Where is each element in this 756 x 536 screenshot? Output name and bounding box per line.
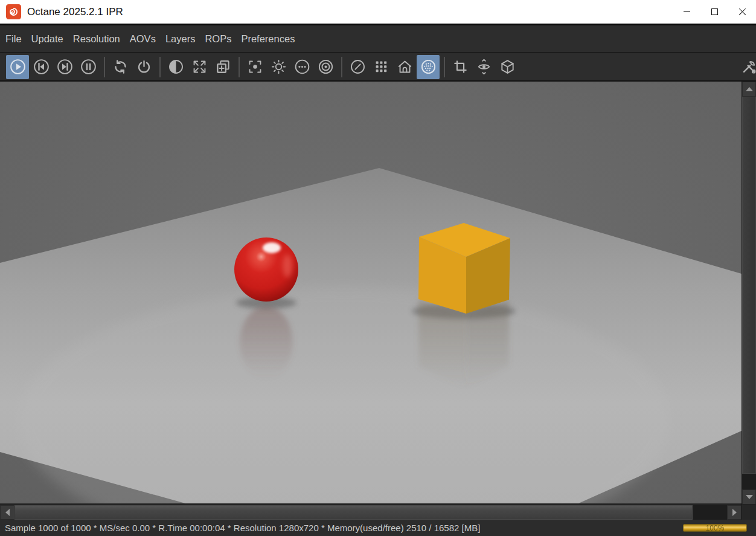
menu-bar: File Update Resolution AOVs Layers ROPs … xyxy=(0,25,756,53)
right-arrow-icon xyxy=(732,509,737,516)
menu-rops[interactable]: ROPs xyxy=(200,25,236,52)
vertical-scrollbar[interactable] xyxy=(742,82,756,505)
render-sphere-button[interactable] xyxy=(417,55,440,79)
skip-to-start-button[interactable] xyxy=(30,55,53,79)
menu-resolution[interactable]: Resolution xyxy=(68,25,125,52)
window-title: Octane 2025.2.1 IPR xyxy=(27,6,123,18)
toolbar-separator xyxy=(239,57,240,77)
skip-to-end-button[interactable] xyxy=(53,55,76,79)
close-button[interactable] xyxy=(728,0,756,24)
scroll-down-button[interactable] xyxy=(742,489,756,505)
menu-layers[interactable]: Layers xyxy=(161,25,200,52)
restart-render-button[interactable] xyxy=(109,55,132,79)
render-viewport[interactable] xyxy=(0,82,742,503)
target-button[interactable] xyxy=(314,55,337,79)
scroll-up-button[interactable] xyxy=(742,82,756,97)
settings-tools-button[interactable] xyxy=(737,55,756,79)
minimize-icon xyxy=(684,11,690,13)
sphere-sheen xyxy=(283,254,292,277)
object-bounds-button[interactable] xyxy=(496,55,519,79)
pause-button[interactable] xyxy=(77,55,100,79)
tonemap-contrast-button[interactable] xyxy=(164,55,187,79)
scrollbar-corner xyxy=(742,505,756,520)
visibility-button[interactable] xyxy=(472,55,495,79)
play-button[interactable] xyxy=(6,55,29,79)
toolbar-separator xyxy=(159,57,161,77)
clone-viewport-button[interactable] xyxy=(211,55,234,79)
toolbar-separator xyxy=(341,57,342,77)
close-icon xyxy=(738,8,746,16)
toolbar-separator xyxy=(444,57,445,77)
stop-render-button[interactable] xyxy=(132,55,155,79)
scroll-right-button[interactable] xyxy=(727,505,742,520)
window-controls xyxy=(673,0,756,24)
sphere-reflection xyxy=(240,306,293,379)
focus-picker-button[interactable] xyxy=(243,55,266,79)
title-bar: Octane 2025.2.1 IPR xyxy=(0,0,756,25)
render-progress-label: 100% xyxy=(706,525,725,532)
render-progress-fill: 100% xyxy=(684,525,746,531)
pixel-grid-button[interactable] xyxy=(370,55,392,79)
horizontal-scrollbar[interactable] xyxy=(0,505,742,520)
horizontal-scroll-thumb[interactable] xyxy=(14,505,693,520)
fit-to-view-button[interactable] xyxy=(188,55,211,79)
menu-update[interactable]: Update xyxy=(27,25,68,52)
crop-button[interactable] xyxy=(449,55,472,79)
vertical-scroll-thumb[interactable] xyxy=(742,97,756,474)
main-area xyxy=(0,82,756,505)
menu-file[interactable]: File xyxy=(1,25,27,52)
render-status-text: Sample 1000 of 1000 * MS/sec 0.00 * R.Ti… xyxy=(5,523,480,533)
render-image xyxy=(0,82,742,503)
status-bar: Sample 1000 of 1000 * MS/sec 0.00 * R.Ti… xyxy=(0,520,756,536)
menu-aovs[interactable]: AOVs xyxy=(125,25,161,52)
render-passes-button[interactable] xyxy=(290,55,313,79)
maximize-icon xyxy=(711,8,718,15)
left-arrow-icon xyxy=(5,509,10,516)
octane-logo-icon xyxy=(6,4,21,19)
octane-ipr-window: Octane 2025.2.1 IPR File Update Resoluti… xyxy=(0,0,756,536)
toolbar-separator xyxy=(104,57,105,77)
horizontal-scroll-track[interactable] xyxy=(14,505,727,520)
minimize-button[interactable] xyxy=(673,0,700,24)
white-balance-button[interactable] xyxy=(267,55,290,79)
toolbar xyxy=(0,53,756,82)
render-progress-bar: 100% xyxy=(683,524,747,532)
horizontal-scrollbar-row xyxy=(0,505,756,520)
down-arrow-icon xyxy=(746,495,753,499)
menu-preferences[interactable]: Preferences xyxy=(236,25,300,52)
up-arrow-icon xyxy=(746,87,753,91)
vertical-scroll-track[interactable] xyxy=(742,97,756,489)
clip-region-button[interactable] xyxy=(346,55,369,79)
reset-camera-home-button[interactable] xyxy=(393,55,416,79)
scroll-left-button[interactable] xyxy=(0,505,14,520)
sphere-specular xyxy=(263,242,281,253)
maximize-button[interactable] xyxy=(700,0,728,24)
